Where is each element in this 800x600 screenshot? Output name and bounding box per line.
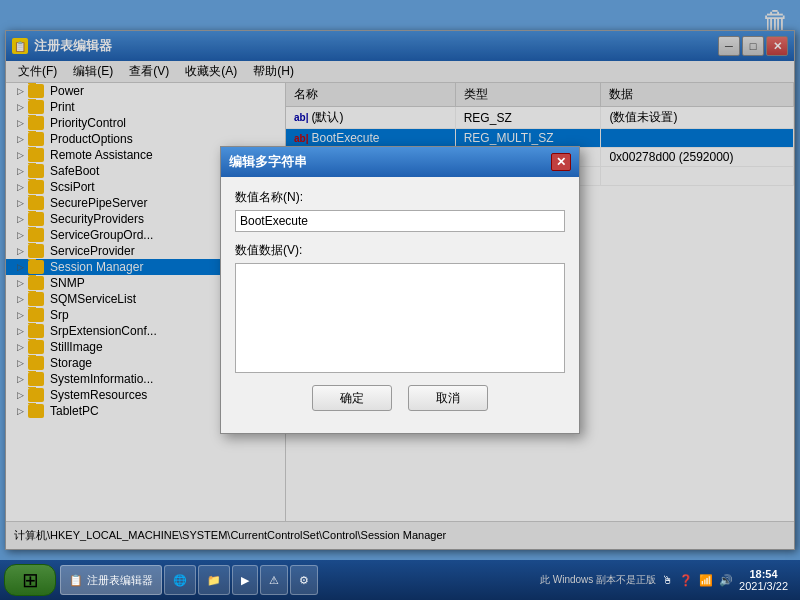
taskbar-item-media[interactable]: ▶ <box>232 565 258 595</box>
dialog-title-bar: 编辑多字符串 ✕ <box>221 147 579 177</box>
registry-editor-window: 📋 注册表编辑器 ─ □ ✕ 文件(F) 编辑(E) 查看(V) 收藏夹(A) … <box>5 30 795 550</box>
dialog-cancel-button[interactable]: 取消 <box>408 385 488 411</box>
taskbar-item-icon: 📋 <box>69 574 83 587</box>
taskbar-item-warning[interactable]: ⚠ <box>260 565 288 595</box>
desktop: 🗑 📋 注册表编辑器 ─ □ ✕ 文件(F) 编辑(E) 查看(V) 收藏夹(A… <box>0 0 800 600</box>
taskbar-warning-icon: ⚠ <box>269 574 279 587</box>
start-icon: ⊞ <box>22 568 39 592</box>
clock-date: 2021/3/22 <box>739 580 788 592</box>
edit-multistring-dialog: 编辑多字符串 ✕ 数值名称(N): 数值数据(V): 确定 取消 <box>220 146 580 434</box>
taskbar-right: 此 Windows 副本不是正版 🖱 ❓ 📶 🔊 18:54 2021/3/22 <box>532 568 796 592</box>
volume-icon: 🔊 <box>719 574 733 587</box>
taskbar-item-explorer[interactable]: 📁 <box>198 565 230 595</box>
help-icon: ❓ <box>679 574 693 587</box>
dialog-data-textarea[interactable] <box>235 263 565 373</box>
clock-time: 18:54 <box>739 568 788 580</box>
dialog-overlay: 编辑多字符串 ✕ 数值名称(N): 数值数据(V): 确定 取消 <box>6 31 794 549</box>
start-button[interactable]: ⊞ <box>4 564 56 596</box>
dialog-close-button[interactable]: ✕ <box>551 153 571 171</box>
taskbar: ⊞ 📋 注册表编辑器 🌐 📁 ▶ ⚠ ⚙ 此 Windows <box>0 560 800 600</box>
dialog-body: 数值名称(N): 数值数据(V): 确定 取消 <box>221 177 579 433</box>
taskbar-media-icon: ▶ <box>241 574 249 587</box>
dialog-name-input[interactable] <box>235 210 565 232</box>
taskbar-notice: 此 Windows 副本不是正版 <box>540 573 656 587</box>
dialog-title-text: 编辑多字符串 <box>229 153 307 171</box>
dialog-buttons: 确定 取消 <box>235 385 565 421</box>
taskbar-app-icon: ⚙ <box>299 574 309 587</box>
dialog-ok-button[interactable]: 确定 <box>312 385 392 411</box>
taskbar-items: 📋 注册表编辑器 🌐 📁 ▶ ⚠ ⚙ <box>60 565 532 595</box>
taskbar-item-ie[interactable]: 🌐 <box>164 565 196 595</box>
taskbar-item-label: 注册表编辑器 <box>87 573 153 588</box>
taskbar-item-regedit[interactable]: 📋 注册表编辑器 <box>60 565 162 595</box>
taskbar-item-app[interactable]: ⚙ <box>290 565 318 595</box>
taskbar-ie-icon: 🌐 <box>173 574 187 587</box>
dialog-name-label: 数值名称(N): <box>235 189 565 206</box>
clock: 18:54 2021/3/22 <box>739 568 788 592</box>
taskbar-explorer-icon: 📁 <box>207 574 221 587</box>
network-icon: 📶 <box>699 574 713 587</box>
cursor-icon: 🖱 <box>662 574 673 586</box>
dialog-data-label: 数值数据(V): <box>235 242 565 259</box>
